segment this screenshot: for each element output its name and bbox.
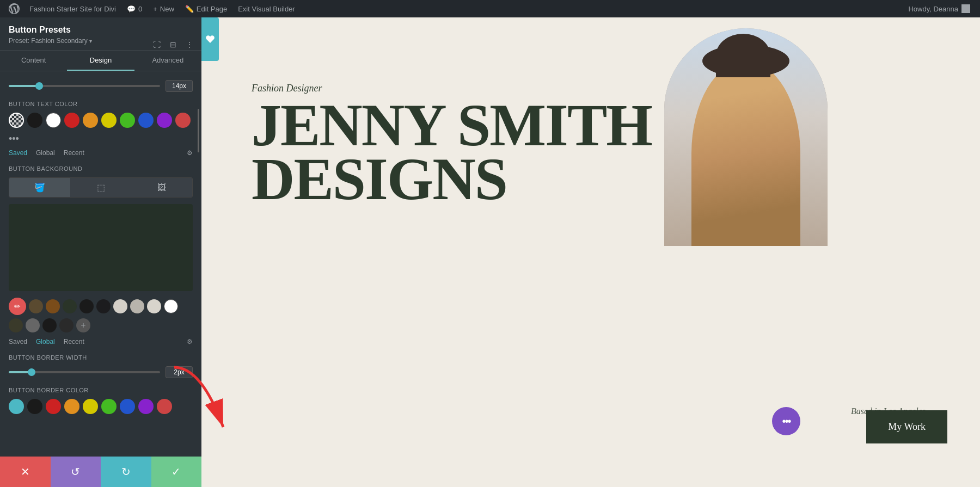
color-picker-btn[interactable]: ✏ xyxy=(9,298,26,315)
panel-content-scroll[interactable]: 14px Button Text Color ••• Sav xyxy=(0,71,201,457)
font-size-slider-row: 14px xyxy=(9,80,193,92)
bg-gradient-tab[interactable]: ⬚ xyxy=(70,178,131,197)
button-background-label: Button Background xyxy=(9,165,193,172)
howdy-text: Howdy, Deanna xyxy=(908,5,958,13)
confirm-button[interactable]: ✓ xyxy=(151,457,202,487)
main-content-area: Fashion Designer JENNY SMITH DESIGNS Bas… xyxy=(219,17,980,487)
color-swatch-pinkred[interactable] xyxy=(175,113,191,128)
bg-swatch-1[interactable] xyxy=(29,299,43,313)
paint-bucket-icon: 🪣 xyxy=(34,182,45,193)
panel-actions-bar: ✕ ↺ ↻ ✓ xyxy=(0,457,201,487)
bg-swatch-2[interactable] xyxy=(46,299,60,313)
bg-solid-tab[interactable]: 🪣 xyxy=(9,178,70,197)
my-work-label: My Work xyxy=(888,421,926,432)
wp-admin-bar: Fashion Starter Site for Divi 💬 0 + New … xyxy=(0,0,980,17)
bg-swatch-4[interactable] xyxy=(79,299,94,313)
bg-recent-tab[interactable]: Recent xyxy=(64,338,84,346)
wordpress-logo-icon[interactable] xyxy=(4,0,24,17)
site-name-link[interactable]: Fashion Starter Site for Divi xyxy=(24,0,121,17)
my-work-button[interactable]: My Work xyxy=(866,410,947,443)
bg-swatch-8[interactable] xyxy=(147,299,161,313)
fullscreen-icon[interactable]: ⛶ xyxy=(150,38,163,51)
bg-color-swatches-row2: + xyxy=(9,318,193,332)
three-dots-icon: ••• xyxy=(782,415,790,428)
split-view-icon[interactable]: ⊟ xyxy=(167,38,180,51)
redo-button[interactable]: ↻ xyxy=(101,457,151,487)
font-size-track[interactable] xyxy=(9,85,160,87)
panel-title: Button Presets xyxy=(9,25,193,35)
color-swatch-white[interactable] xyxy=(46,113,61,128)
bg-swatch-5[interactable] xyxy=(96,299,111,313)
color-swatch-purple[interactable] xyxy=(157,113,172,128)
bg-global-tab[interactable]: Global xyxy=(36,338,55,346)
font-size-thumb[interactable] xyxy=(35,82,43,90)
border-swatch-blue[interactable] xyxy=(120,399,135,414)
border-swatch-pinkred[interactable] xyxy=(157,399,172,414)
bg-swatch-6[interactable] xyxy=(113,299,127,313)
recent-tab[interactable]: Recent xyxy=(64,149,84,157)
border-width-value[interactable]: 2px xyxy=(166,366,193,378)
bg-swatch-add[interactable] xyxy=(164,299,178,313)
border-width-thumb[interactable] xyxy=(28,368,35,376)
border-swatch-purple[interactable] xyxy=(138,399,154,414)
edit-page-label: Edit Page xyxy=(197,5,227,13)
border-swatch-red[interactable] xyxy=(46,399,61,414)
font-size-section: 14px xyxy=(9,80,193,92)
border-swatch-black[interactable] xyxy=(27,399,42,414)
bg-image-tab[interactable]: 🖼 xyxy=(131,178,192,197)
border-swatch-teal[interactable] xyxy=(9,399,24,414)
color-swatch-transparent[interactable] xyxy=(9,113,24,128)
bg-swatch-9[interactable] xyxy=(9,318,23,332)
button-border-width-label: Button Border Width xyxy=(9,354,193,361)
cancel-button[interactable]: ✕ xyxy=(0,457,51,487)
more-options-icon[interactable]: ⋮ xyxy=(183,38,196,51)
new-plus-icon: + xyxy=(153,5,157,13)
border-swatch-green[interactable] xyxy=(101,399,117,414)
color-swatch-red[interactable] xyxy=(64,113,79,128)
more-colors-dots[interactable]: ••• xyxy=(9,133,19,145)
hat-crown xyxy=(716,34,770,77)
comments-link[interactable]: 💬 0 xyxy=(121,0,148,17)
tab-content[interactable]: Content xyxy=(0,51,67,71)
font-size-value[interactable]: 14px xyxy=(166,80,193,92)
dots-menu-button[interactable]: ••• xyxy=(772,407,800,435)
bg-swatch-7[interactable] xyxy=(130,299,144,313)
color-swatch-green[interactable] xyxy=(120,113,135,128)
bg-swatch-11[interactable] xyxy=(42,318,57,332)
bg-swatch-plus[interactable]: + xyxy=(76,318,90,332)
color-swatch-orange[interactable] xyxy=(83,113,98,128)
global-tab[interactable]: Global xyxy=(36,149,55,157)
border-width-track[interactable] xyxy=(9,371,160,373)
bg-settings-icon[interactable]: ⚙ xyxy=(187,338,193,346)
toggle-panel-button[interactable] xyxy=(201,17,219,61)
saved-tab[interactable]: Saved xyxy=(9,149,27,157)
color-settings-icon[interactable]: ⚙ xyxy=(187,149,193,157)
gradient-icon: ⬚ xyxy=(97,182,105,193)
color-swatch-black[interactable] xyxy=(27,113,42,128)
button-background-section: Button Background 🪣 ⬚ 🖼 ✏ xyxy=(9,165,193,346)
button-border-color-section: Button Border Color xyxy=(9,387,193,414)
tab-advanced[interactable]: Advanced xyxy=(134,51,201,71)
color-swatch-blue[interactable] xyxy=(138,113,154,128)
font-size-fill xyxy=(9,85,39,87)
confirm-icon: ✓ xyxy=(171,465,181,478)
color-dots-row: ••• xyxy=(9,133,193,145)
exit-builder-link[interactable]: Exit Visual Builder xyxy=(232,0,301,17)
panel-header-actions: ⛶ ⊟ ⋮ xyxy=(150,38,196,51)
bg-saved-tab[interactable]: Saved xyxy=(9,338,27,346)
bg-swatch-12[interactable] xyxy=(59,318,74,332)
bg-color-preview[interactable] xyxy=(9,204,193,291)
border-swatch-yellow[interactable] xyxy=(83,399,98,414)
chevron-down-icon: ▾ xyxy=(89,38,92,44)
color-swatch-yellow[interactable] xyxy=(101,113,117,128)
bg-swatch-3[interactable] xyxy=(63,299,77,313)
tab-design[interactable]: Design xyxy=(67,51,134,71)
exit-builder-label: Exit Visual Builder xyxy=(238,5,295,13)
border-swatch-orange[interactable] xyxy=(64,399,79,414)
edit-page-link[interactable]: ✏️ Edit Page xyxy=(180,0,232,17)
bg-swatch-10[interactable] xyxy=(26,318,40,332)
new-link[interactable]: + New xyxy=(148,0,180,17)
border-width-slider-row: 2px xyxy=(9,366,193,378)
reset-button[interactable]: ↺ xyxy=(51,457,101,487)
image-icon: 🖼 xyxy=(157,183,166,193)
